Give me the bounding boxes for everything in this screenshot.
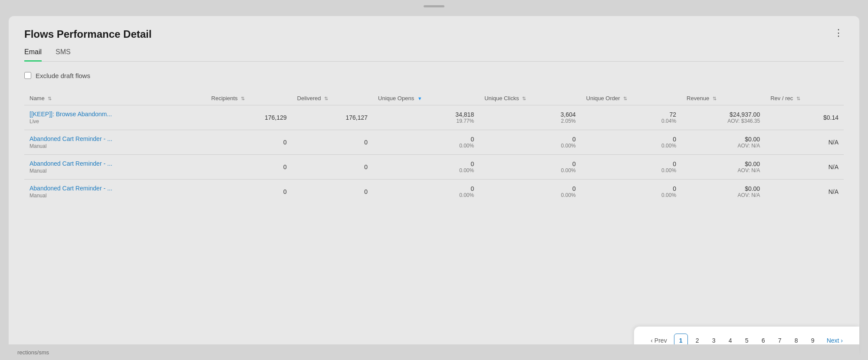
col-recipients: Recipients ⇅ <box>206 92 292 105</box>
cell-name-2: Abandoned Cart Reminder - ... Manual <box>24 154 206 179</box>
col-rev-rec: Rev / rec ⇅ <box>765 92 844 105</box>
col-unique-clicks: Unique Clicks ⇅ <box>479 92 581 105</box>
main-panel: Flows Performance Detail ⋮ Email SMS Exc… <box>9 16 859 354</box>
cell-unique-clicks-3: 0 0.00% <box>479 179 581 204</box>
cell-revenue-2: $0.00 AOV: N/A <box>681 154 765 179</box>
col-delivered: Delivered ⇅ <box>292 92 373 105</box>
cell-rev-rec-3: N/A <box>765 179 844 204</box>
cell-unique-opens-1: 0 0.00% <box>373 130 479 154</box>
bottom-bar: rections/sms <box>9 344 859 360</box>
cell-rev-rec-2: N/A <box>765 154 844 179</box>
sort-icon-name[interactable]: ⇅ <box>48 96 52 101</box>
flow-name-link-0[interactable]: [[KEEP]]: Browse Abandonm... <box>30 111 201 118</box>
table-row: Abandoned Cart Reminder - ... Manual 0 0… <box>24 130 844 154</box>
sort-icon-unique-clicks[interactable]: ⇅ <box>522 96 526 101</box>
flow-status-0: Live <box>30 118 201 124</box>
table-header-row: Name ⇅ Recipients ⇅ Delivered ⇅ Unique O… <box>24 92 844 105</box>
cell-rev-rec-0: $0.14 <box>765 105 844 130</box>
cell-delivered-2: 0 <box>292 154 373 179</box>
flow-status-3: Manual <box>30 193 201 199</box>
cell-delivered-3: 0 <box>292 179 373 204</box>
cell-unique-order-3: 0 0.00% <box>581 179 682 204</box>
cell-unique-opens-3: 0 0.00% <box>373 179 479 204</box>
cell-name-0: [[KEEP]]: Browse Abandonm... Live <box>24 105 206 130</box>
tab-sms[interactable]: SMS <box>56 48 71 62</box>
cell-recipients-3: 0 <box>206 179 292 204</box>
cell-unique-clicks-1: 0 0.00% <box>479 130 581 154</box>
sort-icon-revenue[interactable]: ⇅ <box>713 96 717 101</box>
table-row: Abandoned Cart Reminder - ... Manual 0 0… <box>24 154 844 179</box>
exclude-draft-row: Exclude draft flows <box>24 72 844 79</box>
table-row: [[KEEP]]: Browse Abandonm... Live 176,12… <box>24 105 844 130</box>
cell-unique-order-1: 0 0.00% <box>581 130 682 154</box>
col-unique-opens: Unique Opens ▼ <box>373 92 479 105</box>
exclude-draft-checkbox[interactable] <box>24 72 31 79</box>
cell-recipients-0: 176,129 <box>206 105 292 130</box>
bottom-url: rections/sms <box>17 349 49 356</box>
table-row: Abandoned Cart Reminder - ... Manual 0 0… <box>24 179 844 204</box>
drag-handle <box>424 5 444 7</box>
sort-icon-delivered[interactable]: ⇅ <box>324 96 328 101</box>
cell-recipients-2: 0 <box>206 154 292 179</box>
cell-unique-opens-2: 0 0.00% <box>373 154 479 179</box>
cell-revenue-0: $24,937.00 AOV: $346.35 <box>681 105 765 130</box>
cell-unique-order-2: 0 0.00% <box>581 154 682 179</box>
col-revenue: Revenue ⇅ <box>681 92 765 105</box>
sort-icon-unique-opens[interactable]: ▼ <box>418 96 422 101</box>
flows-table: Name ⇅ Recipients ⇅ Delivered ⇅ Unique O… <box>24 92 844 204</box>
cell-delivered-0: 176,127 <box>292 105 373 130</box>
tabs-bar: Email SMS <box>24 48 844 62</box>
cell-rev-rec-1: N/A <box>765 130 844 154</box>
cell-delivered-1: 0 <box>292 130 373 154</box>
cell-recipients-1: 0 <box>206 130 292 154</box>
col-name: Name ⇅ <box>24 92 206 105</box>
col-unique-order: Unique Order ⇅ <box>581 92 682 105</box>
more-icon[interactable]: ⋮ <box>834 28 844 38</box>
page-title: Flows Performance Detail <box>24 28 151 40</box>
cell-revenue-3: $0.00 AOV: N/A <box>681 179 765 204</box>
panel-header: Flows Performance Detail ⋮ <box>24 28 844 40</box>
cell-unique-clicks-0: 3,604 2.05% <box>479 105 581 130</box>
flow-status-2: Manual <box>30 168 201 174</box>
cell-revenue-1: $0.00 AOV: N/A <box>681 130 765 154</box>
cell-name-3: Abandoned Cart Reminder - ... Manual <box>24 179 206 204</box>
cell-unique-opens-0: 34,818 19.77% <box>373 105 479 130</box>
cell-unique-clicks-2: 0 0.00% <box>479 154 581 179</box>
sort-icon-recipients[interactable]: ⇅ <box>241 96 245 101</box>
flow-name-link-1[interactable]: Abandoned Cart Reminder - ... <box>30 135 201 142</box>
cell-unique-order-0: 72 0.04% <box>581 105 682 130</box>
exclude-draft-label: Exclude draft flows <box>36 72 90 79</box>
sort-icon-unique-order[interactable]: ⇅ <box>623 96 627 101</box>
sort-icon-rev-rec[interactable]: ⇅ <box>796 96 800 101</box>
flow-name-link-3[interactable]: Abandoned Cart Reminder - ... <box>30 185 201 192</box>
tab-email[interactable]: Email <box>24 48 42 62</box>
flow-status-1: Manual <box>30 143 201 149</box>
flow-name-link-2[interactable]: Abandoned Cart Reminder - ... <box>30 160 201 167</box>
cell-name-1: Abandoned Cart Reminder - ... Manual <box>24 130 206 154</box>
